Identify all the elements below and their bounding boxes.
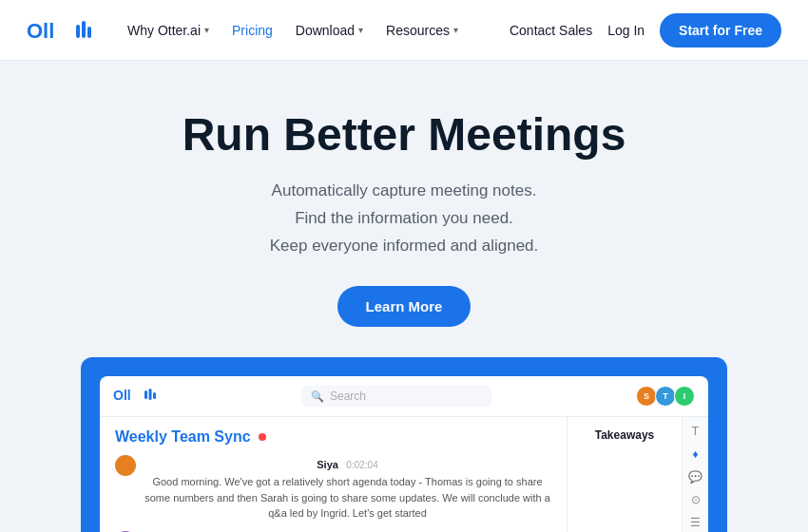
- svg-text:Oll: Oll: [113, 388, 131, 403]
- tool-comment-icon[interactable]: 💬: [688, 470, 702, 484]
- app-takeaways-sidebar: Takeaways: [568, 417, 682, 532]
- chevron-down-icon: ▾: [453, 25, 458, 35]
- contact-sales-link[interactable]: Contact Sales: [510, 23, 592, 38]
- app-content: Weekly Team Sync Siya 0:02:04 Good morni…: [100, 417, 708, 532]
- avatar-siya: [115, 455, 136, 476]
- nav-item-download[interactable]: Download ▾: [286, 17, 373, 44]
- svg-rect-5: [144, 390, 147, 399]
- hero-subtitle: Automatically capture meeting notes. Fin…: [270, 178, 539, 260]
- tool-list-icon[interactable]: ☰: [690, 516, 701, 529]
- svg-rect-7: [153, 392, 156, 399]
- navbar: Oll Why Otter.ai ▾ Pricing Download ▾ Re…: [0, 0, 808, 61]
- avatar-3: I: [674, 386, 695, 407]
- avatar-2: T: [655, 386, 676, 407]
- tool-text-icon[interactable]: T: [692, 425, 699, 438]
- meeting-title-row: Weekly Team Sync: [115, 428, 551, 446]
- app-main-panel: Weekly Team Sync Siya 0:02:04 Good morni…: [100, 417, 568, 532]
- chevron-down-icon: ▾: [204, 25, 209, 35]
- live-indicator: [259, 433, 266, 441]
- svg-rect-2: [82, 21, 86, 38]
- nav-item-resources[interactable]: Resources ▾: [376, 17, 468, 44]
- learn-more-button[interactable]: Learn More: [337, 286, 471, 327]
- nav-item-why[interactable]: Why Otter.ai ▾: [118, 17, 219, 44]
- logo[interactable]: Oll: [27, 17, 91, 44]
- svg-rect-1: [76, 25, 80, 38]
- svg-text:Oll: Oll: [27, 19, 54, 43]
- transcript-entry-1: Siya 0:02:04 Good morning. We've got a r…: [115, 455, 551, 522]
- app-window: Oll 🔍 Search S T I: [100, 376, 708, 532]
- hero-section: Run Better Meetings Automatically captur…: [0, 61, 808, 532]
- svg-rect-3: [87, 27, 91, 38]
- svg-rect-6: [149, 389, 152, 400]
- app-preview: Oll 🔍 Search S T I: [81, 357, 727, 532]
- app-logo: Oll: [113, 387, 157, 407]
- app-topbar: Oll 🔍 Search S T I: [100, 376, 708, 417]
- search-icon: 🔍: [311, 390, 324, 403]
- navbar-right: Contact Sales Log In Start for Free: [510, 13, 781, 48]
- nav-item-pricing[interactable]: Pricing: [222, 17, 282, 44]
- chevron-down-icon: ▾: [358, 25, 363, 35]
- app-search-bar[interactable]: 🔍 Search: [301, 386, 491, 407]
- app-avatars: S T I: [636, 386, 695, 407]
- transcript-time-1: 0:02:04: [346, 460, 377, 470]
- tool-circle-icon[interactable]: ⊙: [691, 493, 701, 506]
- meeting-title: Weekly Team Sync: [115, 428, 251, 446]
- navbar-left: Oll Why Otter.ai ▾ Pricing Download ▾ Re…: [27, 17, 468, 44]
- search-placeholder: Search: [330, 390, 366, 403]
- app-tools-panel: T ♦ 💬 ⊙ ☰: [682, 417, 708, 532]
- sidebar-label: Takeaways: [579, 428, 670, 442]
- start-for-free-button[interactable]: Start for Free: [660, 13, 781, 48]
- log-in-link[interactable]: Log In: [607, 23, 644, 38]
- tool-pin-icon[interactable]: ♦: [692, 447, 698, 461]
- hero-title: Run Better Meetings: [183, 110, 626, 161]
- nav-items: Why Otter.ai ▾ Pricing Download ▾ Resour…: [118, 17, 468, 44]
- transcript-text-1: Good morning. We've got a relatively sho…: [144, 474, 551, 522]
- avatar-1: S: [636, 386, 657, 407]
- speaker-name-1: Siya: [317, 459, 338, 470]
- transcript-body-1: Siya 0:02:04 Good morning. We've got a r…: [144, 455, 551, 522]
